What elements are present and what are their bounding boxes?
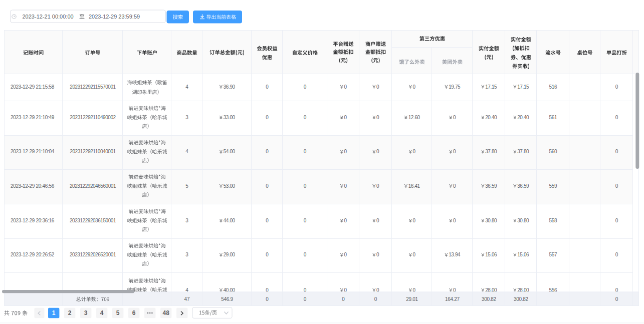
svg-text:0: 0 bbox=[344, 218, 347, 223]
svg-text:0: 0 bbox=[413, 218, 416, 223]
svg-text:202312292110490002: 202312292110490002 bbox=[70, 115, 116, 120]
svg-text:0: 0 bbox=[615, 115, 618, 120]
svg-text:0: 0 bbox=[376, 115, 379, 120]
svg-text:0: 0 bbox=[453, 149, 456, 154]
svg-text:5: 5 bbox=[185, 183, 188, 189]
svg-text:2023-12-29 21:10:49: 2023-12-29 21:10:49 bbox=[11, 115, 55, 120]
svg-text:0: 0 bbox=[376, 218, 379, 223]
svg-text:0: 0 bbox=[304, 218, 307, 223]
svg-text:0: 0 bbox=[266, 149, 269, 154]
svg-text:0: 0 bbox=[304, 296, 307, 302]
svg-text:0: 0 bbox=[615, 183, 618, 189]
svg-text:0: 0 bbox=[304, 84, 307, 90]
svg-text:0: 0 bbox=[344, 115, 347, 120]
svg-text:6: 6 bbox=[132, 309, 136, 316]
svg-text:0: 0 bbox=[304, 252, 307, 257]
svg-text:0: 0 bbox=[266, 296, 269, 302]
svg-text:20.40: 20.40 bbox=[517, 115, 529, 120]
svg-text:2023-12-29 20:36:16: 2023-12-29 20:36:16 bbox=[11, 218, 55, 223]
svg-text:30.80: 30.80 bbox=[517, 218, 529, 223]
svg-text:0: 0 bbox=[374, 296, 377, 302]
svg-text:48: 48 bbox=[163, 309, 170, 316]
svg-text:0: 0 bbox=[413, 252, 416, 257]
svg-text:202312292026520001: 202312292026520001 bbox=[70, 252, 116, 257]
svg-text:29.01: 29.01 bbox=[406, 296, 418, 302]
svg-text:20.40: 20.40 bbox=[485, 115, 497, 120]
svg-text:2023-12-21 00:00:00: 2023-12-21 00:00:00 bbox=[23, 14, 74, 20]
svg-text:0: 0 bbox=[342, 296, 345, 302]
svg-text:3: 3 bbox=[84, 309, 88, 316]
svg-text:2023-12-29 20:46:56: 2023-12-29 20:46:56 bbox=[11, 183, 55, 189]
svg-text:561: 561 bbox=[549, 115, 558, 120]
svg-text:15.06: 15.06 bbox=[485, 252, 497, 257]
svg-text:33.00: 33.00 bbox=[224, 115, 236, 120]
svg-text:17.15: 17.15 bbox=[485, 84, 497, 90]
svg-text:12.60: 12.60 bbox=[408, 115, 420, 120]
svg-text:4: 4 bbox=[185, 149, 188, 154]
svg-text:546.9: 546.9 bbox=[221, 296, 233, 302]
svg-text:0: 0 bbox=[615, 296, 618, 302]
svg-text:2023-12-29 20:26:52: 2023-12-29 20:26:52 bbox=[11, 252, 55, 257]
svg-text:0: 0 bbox=[266, 218, 269, 223]
svg-text:15.06: 15.06 bbox=[517, 252, 529, 257]
svg-text:0: 0 bbox=[344, 252, 347, 257]
svg-text:47: 47 bbox=[184, 296, 190, 302]
svg-text:29.00: 29.00 bbox=[224, 252, 236, 257]
svg-text:3: 3 bbox=[185, 115, 188, 120]
svg-text:0: 0 bbox=[453, 115, 456, 120]
svg-text:37.80: 37.80 bbox=[485, 149, 497, 154]
svg-text:37.80: 37.80 bbox=[517, 149, 529, 154]
svg-text:300.82: 300.82 bbox=[482, 296, 497, 302]
svg-text:202312292110040001: 202312292110040001 bbox=[70, 149, 116, 154]
svg-text:164.27: 164.27 bbox=[445, 296, 460, 302]
svg-text:0: 0 bbox=[266, 183, 269, 189]
svg-text:560: 560 bbox=[549, 149, 558, 154]
svg-text:2023-12-29 21:10:04: 2023-12-29 21:10:04 bbox=[11, 149, 55, 154]
svg-text:0: 0 bbox=[615, 218, 618, 223]
svg-text:0: 0 bbox=[615, 84, 618, 90]
svg-text:4: 4 bbox=[185, 84, 188, 90]
svg-text:202312292115570001: 202312292115570001 bbox=[70, 84, 116, 90]
svg-text:3: 3 bbox=[185, 218, 188, 223]
svg-text:0: 0 bbox=[266, 115, 269, 120]
svg-text:202312292046560001: 202312292046560001 bbox=[70, 183, 116, 189]
svg-text:0: 0 bbox=[304, 183, 307, 189]
svg-text:36.59: 36.59 bbox=[485, 183, 497, 189]
svg-text:54.00: 54.00 bbox=[224, 149, 236, 154]
svg-text:0: 0 bbox=[615, 149, 618, 154]
svg-text:30.80: 30.80 bbox=[485, 218, 497, 223]
svg-text:5: 5 bbox=[116, 309, 120, 316]
svg-text:0: 0 bbox=[304, 115, 307, 120]
svg-text:13.94: 13.94 bbox=[449, 252, 461, 257]
svg-text:0: 0 bbox=[376, 84, 379, 90]
svg-text:53.00: 53.00 bbox=[224, 183, 236, 189]
svg-text:0: 0 bbox=[344, 149, 347, 154]
svg-text:0: 0 bbox=[376, 183, 379, 189]
svg-text:559: 559 bbox=[549, 183, 558, 189]
svg-text:0: 0 bbox=[615, 252, 618, 257]
svg-text:0: 0 bbox=[344, 183, 347, 189]
svg-text:44.00: 44.00 bbox=[224, 218, 236, 223]
svg-text:0: 0 bbox=[376, 149, 379, 154]
svg-text:0: 0 bbox=[266, 252, 269, 257]
svg-text:0: 0 bbox=[376, 252, 379, 257]
svg-text:557: 557 bbox=[549, 252, 558, 257]
svg-text:300.82: 300.82 bbox=[514, 296, 529, 302]
svg-text:0: 0 bbox=[344, 84, 347, 90]
svg-text:2023-12-29 21:15:58: 2023-12-29 21:15:58 bbox=[11, 84, 55, 90]
svg-text:1: 1 bbox=[52, 309, 56, 316]
svg-text:516: 516 bbox=[549, 84, 558, 90]
svg-text:0: 0 bbox=[453, 218, 456, 223]
svg-text:36.59: 36.59 bbox=[517, 183, 529, 189]
svg-text:17.15: 17.15 bbox=[517, 84, 529, 90]
svg-text:4: 4 bbox=[100, 309, 104, 316]
svg-text:0: 0 bbox=[413, 84, 416, 90]
svg-text:0: 0 bbox=[304, 149, 307, 154]
svg-text:3: 3 bbox=[185, 252, 188, 257]
svg-text:2: 2 bbox=[68, 309, 72, 316]
svg-text:0: 0 bbox=[266, 84, 269, 90]
svg-text:2023-12-29 23:59:59: 2023-12-29 23:59:59 bbox=[89, 14, 140, 20]
svg-text:0: 0 bbox=[453, 183, 456, 189]
svg-text:16.41: 16.41 bbox=[408, 183, 420, 189]
svg-text:19.75: 19.75 bbox=[449, 84, 461, 90]
